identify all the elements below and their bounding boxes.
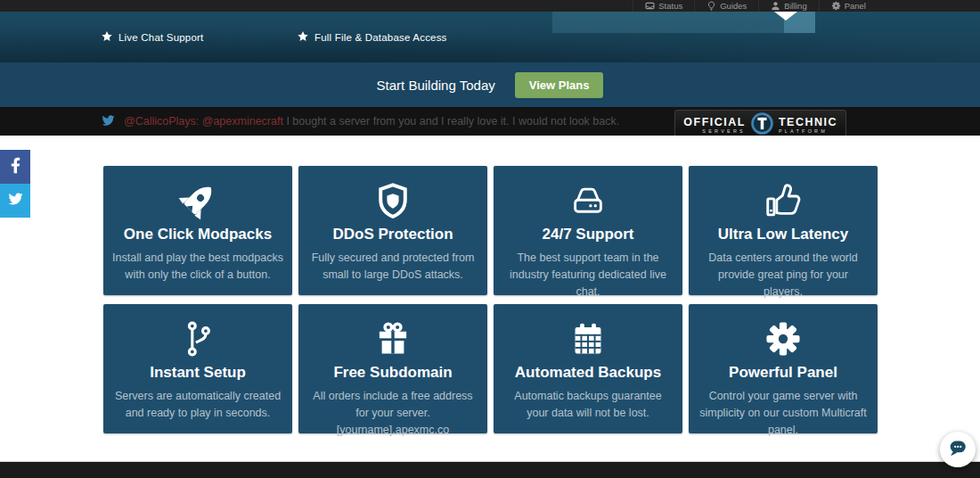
topbar-item-guides[interactable]: Guides [694, 0, 758, 12]
feature-cards-grid: One Click Modpacks Install and play the … [103, 166, 878, 433]
calendar-icon [494, 317, 682, 361]
card-title: DDoS Protection [298, 226, 487, 243]
billing-dropdown-caret [774, 12, 797, 21]
card-title: Automated Backups [494, 364, 682, 382]
card-description: Automatic backups guarantee your data wi… [494, 388, 682, 422]
testimonial-text: @CallicoPlays: @apexminecraft I bought a… [124, 115, 619, 128]
view-plans-button[interactable]: View Plans [515, 72, 604, 98]
gear-icon [831, 1, 841, 11]
testimonial-message: I bought a server from you and I really … [286, 115, 619, 128]
thumbs-up-icon [689, 178, 878, 223]
topbar-item-label: Billing [784, 1, 806, 11]
gear-icon [689, 317, 878, 361]
card-powerful-panel: Powerful Panel Control your game server … [689, 304, 878, 433]
social-share-sidebar [0, 150, 30, 218]
hero-feature-label: Full File & Database Access [314, 32, 447, 43]
card-automated-backups: Automated Backups Automatic backups guar… [494, 304, 682, 433]
hero-feature-live-chat: Live Chat Support [101, 30, 203, 45]
badge-left-text: OFFICIAL SERVERS [683, 117, 746, 135]
topbar-item-label: Panel [845, 1, 866, 11]
lightbulb-icon [706, 1, 716, 11]
badge-official-label: OFFICIAL [683, 117, 746, 128]
card-description: Servers are automatically created and re… [103, 388, 292, 422]
card-title: Powerful Panel [689, 364, 878, 382]
testimonial-handles: @CallicoPlays: @apexminecraft [124, 115, 283, 128]
topbar-item-status[interactable]: Status [633, 0, 694, 12]
card-free-subdomain: Free Subdomain All orders include a free… [298, 304, 487, 433]
git-branch-icon [103, 317, 292, 361]
user-icon [771, 1, 780, 11]
topbar-item-label: Status [658, 1, 682, 11]
footer-bar [0, 461, 980, 478]
card-title: Free Subdomain [298, 364, 487, 382]
top-utility-bar: Status Guides Billing Panel [0, 0, 980, 12]
hero-banner: Live Chat Support Full File & Database A… [0, 12, 980, 62]
status-icon [645, 1, 655, 11]
badge-servers-label: SERVERS [702, 129, 746, 135]
card-description: Control your game server with simplicity… [689, 388, 878, 438]
card-description: Data centers around the world provide gr… [689, 250, 878, 300]
card-description: The best support team in the industry fe… [494, 250, 682, 300]
features-section: One Click Modpacks Install and play the … [0, 136, 980, 461]
facebook-share-button[interactable] [0, 150, 30, 184]
topbar-item-label: Guides [720, 1, 747, 11]
server-icon [494, 178, 682, 223]
twitter-icon [7, 192, 24, 210]
apex-hosting-landing-page: Status Guides Billing Panel Live Chat Su… [0, 0, 980, 478]
twitter-share-button[interactable] [0, 184, 30, 218]
card-title: One Click Modpacks [103, 226, 292, 243]
shield-icon [298, 178, 487, 223]
card-247-support: 24/7 Support The best support team in th… [494, 166, 682, 295]
live-chat-launcher[interactable] [940, 432, 976, 467]
topbar-item-panel[interactable]: Panel [819, 0, 878, 12]
card-description: All orders include a free address for yo… [298, 388, 487, 438]
testimonial-bar: @CallicoPlays: @apexminecraft I bought a… [0, 107, 980, 136]
card-description: Fully secured and protected from small t… [298, 250, 487, 284]
hero-feature-label: Live Chat Support [118, 32, 203, 43]
badge-technic-label: TECHNIC [779, 117, 837, 128]
hero-feature-file-access: Full File & Database Access [297, 30, 447, 45]
testimonial: @CallicoPlays: @apexminecraft I bought a… [101, 114, 619, 129]
badge-right-text: TECHNIC PLATFORM [779, 117, 837, 135]
facebook-icon [11, 157, 20, 177]
card-instant-setup: Instant Setup Servers are automatically … [103, 304, 292, 433]
card-title: Ultra Low Latency [689, 226, 878, 243]
rocket-icon [103, 178, 292, 223]
cta-text: Start Building Today [377, 78, 495, 93]
chat-bubble-icon [945, 435, 970, 464]
card-title: 24/7 Support [494, 226, 682, 243]
card-title: Instant Setup [103, 364, 292, 382]
cta-bar: Start Building Today View Plans [0, 62, 980, 107]
twitter-icon[interactable] [101, 114, 116, 129]
star-icon [297, 30, 309, 45]
technic-logo-icon [751, 112, 773, 138]
topbar-item-billing[interactable]: Billing [758, 0, 818, 12]
badge-platform-label: PLATFORM [779, 129, 828, 135]
star-icon [101, 30, 113, 45]
card-description: Install and play the best modpacks with … [103, 250, 292, 284]
card-ddos-protection: DDoS Protection Fully secured and protec… [298, 166, 487, 295]
card-one-click-modpacks: One Click Modpacks Install and play the … [103, 166, 292, 295]
card-ultra-low-latency: Ultra Low Latency Data centers around th… [689, 166, 878, 295]
gift-icon [298, 317, 487, 361]
